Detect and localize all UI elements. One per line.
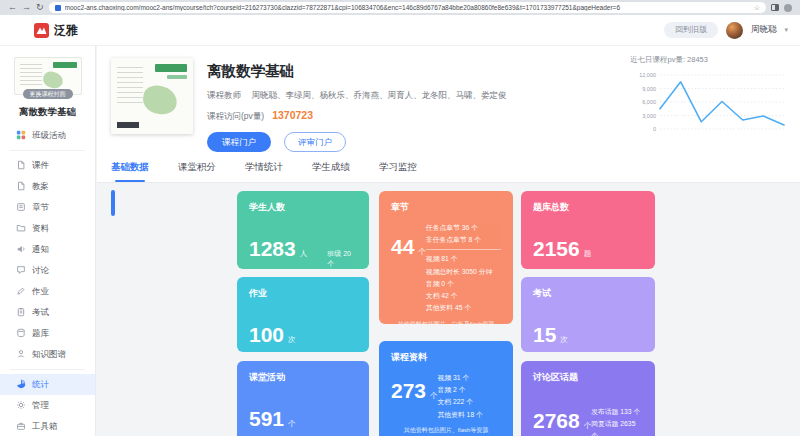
side-panel-icon[interactable] <box>771 4 779 11</box>
db-icon <box>16 328 26 340</box>
sidebar-item-main-3[interactable]: 资料 <box>0 218 95 239</box>
sidebar-course-title: 离散数学基础 <box>0 106 95 119</box>
sidebar-item-label: 考试 <box>32 307 49 319</box>
tab-1[interactable]: 课堂积分 <box>178 152 216 182</box>
sidebar-item-bottom-1[interactable]: 管理 <box>0 395 95 416</box>
card-title: 课程资料 <box>391 351 501 364</box>
card-value: 273 <box>391 380 426 401</box>
grid-color-icon <box>16 130 26 142</box>
card-unit: 个 <box>418 247 426 257</box>
user-name[interactable]: 周晓聪 <box>751 24 777 36</box>
card-unit: 题 <box>584 249 592 259</box>
card-footer-note: 其他资料包括图片、flash等资源 <box>391 426 501 435</box>
sidebar-item-bottom-0[interactable]: 统计 <box>0 374 95 395</box>
course-portal-button[interactable]: 课程门户 <box>207 132 271 152</box>
stats-section: 学生人数1283人班级 20 个作业100次课堂活动591个章节44个任务点章节… <box>97 183 800 436</box>
browser-profile-icon[interactable] <box>784 4 792 12</box>
card-body: 44个任务点章节 36 个非任务点章节 8 个视频 81 个视频总时长 3050… <box>391 214 501 315</box>
sidebar-item-main-9[interactable]: 知识图谱 <box>0 344 95 365</box>
detail-line: 音频 2 个 <box>438 384 501 396</box>
divider <box>10 369 85 370</box>
card-value: 100 <box>249 324 284 345</box>
tab-2[interactable]: 学情统计 <box>245 152 283 182</box>
sidebar-item-main-4[interactable]: 通知 <box>0 239 95 260</box>
stat-card-class-activity: 课堂活动591个 <box>237 361 369 436</box>
card-title: 考试 <box>533 287 643 300</box>
card-title: 讨论区话题 <box>533 371 643 384</box>
sidebar-item-bottom-2[interactable]: 工具箱 <box>0 416 95 436</box>
teachers-names: 周晓聪、李绿周、杨秋乐、乔海燕、周育人、龙冬阳、马啸、娄定俊 <box>251 90 506 100</box>
detail-line: 视频总时长 3050 分钟 <box>426 266 501 278</box>
sidebar-item-primary-0[interactable]: 班级活动 <box>0 125 95 146</box>
stat-card-discussion: 讨论区话题2768个发布话题 133 个回复话题 2635 个 <box>521 361 655 436</box>
sidebar-item-main-7[interactable]: 考试 <box>0 302 95 323</box>
review-portal-button[interactable]: 评审门户 <box>284 132 346 152</box>
detail-line: 视频 81 个 <box>426 253 501 265</box>
sidebar-item-label: 班级活动 <box>32 130 66 142</box>
clipboard-icon <box>16 307 26 319</box>
stat-card-question-bank: 题库总数2156题 <box>521 191 655 269</box>
card-value-wrap: 2768个 <box>533 410 591 431</box>
app-header: 泛雅 回到旧版 周晓聪 ▾ <box>0 15 800 45</box>
card-details: 发布话题 133 个回复话题 2635 个 <box>591 406 643 436</box>
card-unit: 人 <box>300 249 308 259</box>
sidebar-item-main-6[interactable]: 作业 <box>0 281 95 302</box>
sidebar-item-main-1[interactable]: 教案 <box>0 176 95 197</box>
url-text: mooc2-ans.chaoxing.com/mooc2-ans/mycours… <box>65 4 750 11</box>
stat-card-chapters: 章节44个任务点章节 36 个非任务点章节 8 个视频 81 个视频总时长 30… <box>379 191 513 324</box>
pv-line: 课程访问(pv量) 1370723 <box>207 109 506 123</box>
forward-icon[interactable]: → <box>22 3 31 12</box>
sidebar-item-label: 资料 <box>32 223 49 235</box>
card-value: 15 <box>533 324 556 345</box>
tab-0[interactable]: 基础数据 <box>111 152 149 182</box>
card-value-row: 591个 <box>249 408 357 429</box>
card-note: 班级 20 个 <box>327 249 357 269</box>
sidebar-item-label: 统计 <box>32 379 49 391</box>
pv-label: 课程访问(pv量) <box>207 111 264 123</box>
course-cover-thumbnail: 更换课程封面 <box>14 57 82 95</box>
avatar[interactable] <box>726 22 743 39</box>
pv-chart-svg: 03,0006,0009,00012,000 <box>630 67 790 139</box>
back-to-old-version-button[interactable]: 回到旧版 <box>664 22 718 38</box>
fanya-logo-icon <box>34 23 49 38</box>
card-details: 任务点章节 36 个非任务点章节 8 个视频 81 个视频总时长 3050 分钟… <box>426 222 501 315</box>
back-icon[interactable]: ← <box>8 3 17 12</box>
pie-icon <box>16 379 26 391</box>
svg-text:0: 0 <box>653 126 656 132</box>
stat-card-students: 学生人数1283人班级 20 个 <box>237 191 369 269</box>
detail-line: 音频 0 个 <box>426 278 501 290</box>
card-value: 1283 <box>249 238 296 259</box>
tab-4[interactable]: 学习监控 <box>379 152 417 182</box>
chapter-icon <box>16 202 26 214</box>
card-unit: 次 <box>560 335 568 345</box>
card-body: 273个视频 31 个音频 2 个文档 222 个其他资料 18 个 <box>391 364 501 421</box>
card-value: 2156 <box>533 238 580 259</box>
change-cover-button[interactable]: 更换课程封面 <box>23 89 73 99</box>
page-course-title: 离散数学基础 <box>207 62 506 81</box>
sidebar-item-main-8[interactable]: 题库 <box>0 323 95 344</box>
detail-line: 非任务点章节 8 个 <box>426 234 501 246</box>
teachers-label: 课程教师 <box>207 90 241 100</box>
sidebar-item-main-5[interactable]: 讨论 <box>0 260 95 281</box>
detail-line: 其他资料 18 个 <box>438 409 501 421</box>
sidebar-item-main-0[interactable]: 课件 <box>0 155 95 176</box>
tab-3[interactable]: 学生成绩 <box>312 152 350 182</box>
section-accent-bar <box>111 190 115 216</box>
sidebar-item-main-2[interactable]: 章节 <box>0 197 95 218</box>
refresh-icon[interactable]: ↻ <box>36 3 44 12</box>
pen-icon <box>16 286 26 298</box>
svg-text:9,000: 9,000 <box>642 86 656 92</box>
site-favicon <box>55 5 61 11</box>
bookmark-star-icon[interactable]: ☆ <box>754 4 760 12</box>
stats-tabs: 基础数据课堂积分学情统计学生成绩学习监控 <box>97 152 800 183</box>
stat-card-exam: 考试15次 <box>521 277 655 352</box>
card-title: 课堂活动 <box>249 371 357 384</box>
sidebar-item-label: 题库 <box>32 328 49 340</box>
details-divider <box>426 249 501 250</box>
card-value-row: 1283人班级 20 个 <box>249 238 357 269</box>
graph-icon <box>16 349 26 361</box>
url-bar[interactable]: mooc2-ans.chaoxing.com/mooc2-ans/mycours… <box>49 2 766 13</box>
speaker-icon <box>16 244 26 256</box>
chevron-down-icon[interactable]: ▾ <box>784 26 788 34</box>
chart-title: 近七日课程pv量: 28453 <box>630 55 790 65</box>
